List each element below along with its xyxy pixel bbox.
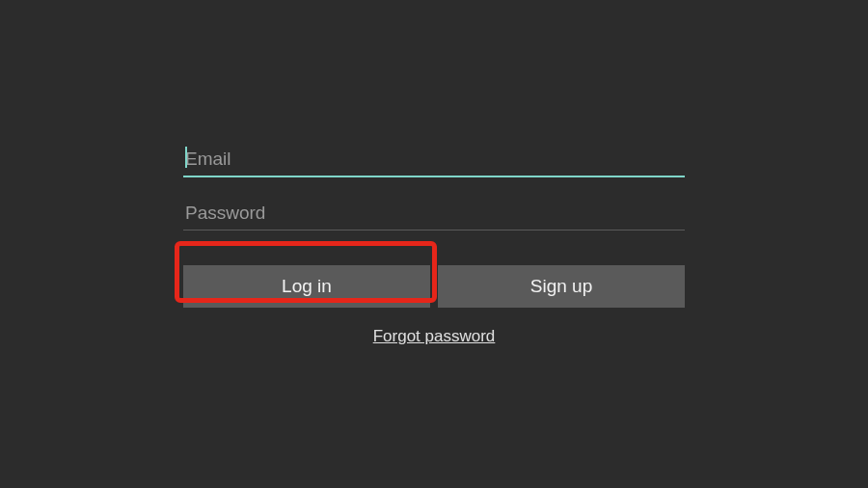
signup-button[interactable]: Sign up	[438, 265, 685, 308]
buttons-row: Log in Sign up	[183, 265, 685, 308]
login-form: Log in Sign up Forgot password	[183, 145, 685, 346]
password-field-wrap	[183, 199, 685, 230]
password-input[interactable]	[183, 199, 685, 230]
email-field-wrap	[183, 145, 685, 177]
forgot-password-link[interactable]: Forgot password	[183, 327, 685, 346]
login-button[interactable]: Log in	[183, 265, 430, 308]
email-input[interactable]	[183, 145, 685, 177]
text-caret	[185, 147, 187, 168]
